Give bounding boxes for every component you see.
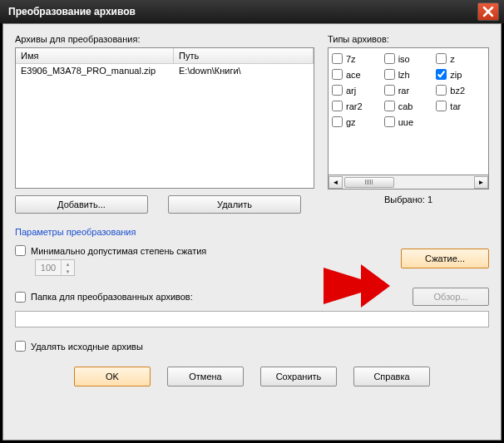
min-ratio-label: Минимально допустимая степень сжатия [31, 246, 206, 256]
archives-panel: Архивы для преобразования: Имя Путь E390… [15, 34, 314, 214]
table-row[interactable]: E3906_M3A78_PRO_manual.zip E:\down\Книги… [16, 64, 314, 77]
titlebar: Преобразование архивов [0, 0, 504, 23]
type-checkbox-arj[interactable] [332, 85, 343, 96]
type-label: iso [398, 54, 410, 64]
type-option-tar[interactable]: tar [436, 101, 485, 111]
cancel-button[interactable]: Отмена [167, 367, 244, 386]
type-checkbox-z[interactable] [436, 53, 447, 64]
scroll-thumb[interactable] [344, 177, 394, 188]
type-label: zip [450, 70, 462, 80]
delete-src-checkbox[interactable] [15, 341, 26, 352]
type-checkbox-uue[interactable] [384, 116, 395, 127]
archives-table[interactable]: Имя Путь E3906_M3A78_PRO_manual.zip E:\d… [15, 47, 314, 189]
types-box: 7zisozacelzhziparjrarbz2rar2cabtargzuue [328, 47, 489, 175]
type-label: arj [346, 86, 356, 96]
type-option-bz2[interactable]: bz2 [436, 85, 485, 96]
out-folder-checkbox[interactable] [15, 292, 26, 303]
params-title: Параметры преобразования [15, 227, 489, 237]
remove-button[interactable]: Удалить [168, 195, 301, 214]
type-checkbox-bz2[interactable] [436, 85, 447, 96]
dialog-window: Преобразование архивов Архивы для преобр… [0, 0, 504, 443]
spinner-up-icon[interactable]: ▲ [62, 260, 74, 268]
dialog-content: Архивы для преобразования: Имя Путь E390… [2, 23, 502, 441]
type-checkbox-cab[interactable] [384, 101, 395, 111]
type-option-arj[interactable]: arj [332, 85, 381, 96]
type-label: lzh [398, 70, 410, 80]
col-path[interactable]: Путь [174, 48, 314, 63]
type-checkbox-ace[interactable] [332, 69, 343, 80]
type-checkbox-rar2[interactable] [332, 101, 343, 111]
type-checkbox-rar[interactable] [384, 85, 395, 96]
type-option-gz[interactable]: gz [332, 116, 381, 127]
type-label: z [450, 54, 455, 64]
archives-label: Архивы для преобразования: [15, 34, 314, 44]
selected-count: Выбрано: 1 [328, 194, 489, 204]
type-label: tar [450, 101, 461, 111]
browse-button[interactable]: Обзор... [413, 288, 489, 306]
compress-button[interactable]: Сжатие... [401, 249, 489, 268]
type-option-rar[interactable]: rar [384, 85, 433, 96]
help-button[interactable]: Справка [353, 367, 430, 386]
type-label: uue [398, 117, 413, 127]
type-label: gz [346, 117, 356, 127]
type-option-7z[interactable]: 7z [332, 53, 381, 64]
type-checkbox-zip[interactable] [436, 69, 447, 80]
spinner-down-icon[interactable]: ▼ [62, 268, 74, 275]
type-option-iso[interactable]: iso [384, 53, 433, 64]
ratio-spinner[interactable]: ▲ ▼ [35, 259, 75, 276]
ok-button[interactable]: OK [74, 367, 151, 386]
scroll-track[interactable] [343, 176, 474, 189]
col-name[interactable]: Имя [16, 48, 174, 63]
type-option-ace[interactable]: ace [332, 69, 381, 80]
type-label: rar2 [346, 101, 363, 111]
type-option-uue[interactable]: uue [384, 116, 433, 127]
out-folder-option[interactable]: Папка для преобразованных архивов: [15, 292, 413, 303]
type-option-z[interactable]: z [436, 53, 485, 64]
type-label: bz2 [450, 86, 465, 96]
add-button[interactable]: Добавить... [15, 195, 148, 214]
type-label: rar [398, 86, 409, 96]
type-option-rar2[interactable]: rar2 [332, 101, 381, 111]
delete-src-label: Удалять исходные архивы [31, 342, 143, 352]
scroll-left-icon[interactable]: ◄ [329, 176, 343, 189]
type-label: ace [346, 70, 361, 80]
type-checkbox-7z[interactable] [332, 53, 343, 64]
type-option-cab[interactable]: cab [384, 101, 433, 111]
table-body: E3906_M3A78_PRO_manual.zip E:\down\Книги… [16, 64, 314, 77]
close-button[interactable] [477, 2, 499, 21]
window-title: Преобразование архивов [5, 6, 477, 17]
type-label: cab [398, 101, 413, 111]
types-label: Типы архивов: [328, 34, 489, 44]
save-button[interactable]: Сохранить [260, 367, 337, 386]
type-checkbox-iso[interactable] [384, 53, 395, 64]
type-option-lzh[interactable]: lzh [384, 69, 433, 80]
type-checkbox-tar[interactable] [436, 101, 447, 111]
min-ratio-option[interactable]: Минимально допустимая степень сжатия [15, 245, 396, 256]
scroll-right-icon[interactable]: ► [474, 176, 488, 189]
type-checkbox-lzh[interactable] [384, 69, 395, 80]
type-option-zip[interactable]: zip [436, 69, 485, 80]
types-panel: Типы архивов: 7zisozacelzhziparjrarbz2ra… [328, 34, 489, 214]
h-scrollbar[interactable]: ◄ ► [328, 175, 489, 190]
cell-path: E:\down\Книги\ [174, 64, 314, 77]
table-header: Имя Путь [16, 48, 314, 64]
spinner-buttons[interactable]: ▲ ▼ [61, 260, 74, 275]
out-folder-label: Папка для преобразованных архивов: [31, 292, 193, 302]
out-folder-input[interactable] [15, 311, 489, 327]
delete-src-option[interactable]: Удалять исходные архивы [15, 341, 489, 352]
close-icon [482, 6, 494, 17]
ratio-input[interactable] [36, 260, 61, 275]
type-checkbox-gz[interactable] [332, 116, 343, 127]
min-ratio-checkbox[interactable] [15, 245, 26, 256]
cell-name: E3906_M3A78_PRO_manual.zip [16, 64, 174, 77]
type-label: 7z [346, 54, 356, 64]
